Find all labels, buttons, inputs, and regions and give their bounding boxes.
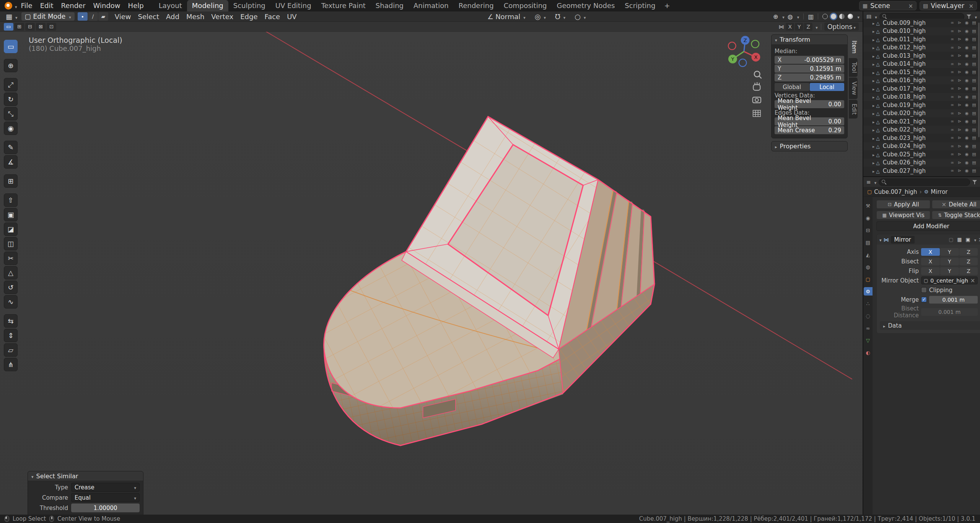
- properties-tab[interactable]: ◭: [864, 250, 873, 259]
- apply-all-button[interactable]: ⊡ Apply All: [876, 200, 930, 209]
- tool-button[interactable]: ⊕: [4, 59, 18, 72]
- compare-dropdown[interactable]: Equal: [71, 493, 140, 502]
- remove-viewlayer-icon[interactable]: [969, 2, 973, 10]
- edge-bevel-weight-field[interactable]: Mean Bevel Weight 0.00: [775, 117, 844, 125]
- breadcrumb-modifier[interactable]: Mirror: [931, 188, 947, 195]
- flip-toggle[interactable]: Y: [940, 267, 959, 275]
- object-name[interactable]: Cube.010_high: [883, 28, 948, 34]
- eye-icon[interactable]: ◉: [964, 86, 970, 91]
- clipping-checkbox[interactable]: [921, 287, 927, 293]
- tool-button[interactable]: △: [4, 266, 18, 279]
- object-name[interactable]: Cube.023_high: [883, 135, 948, 141]
- n-panel-tab[interactable]: Item: [849, 37, 858, 57]
- link-icon[interactable]: ∞: [949, 62, 955, 67]
- eye-icon[interactable]: ◉: [964, 144, 970, 149]
- properties-search-input[interactable]: [879, 179, 970, 186]
- camera-icon[interactable]: ▤: [971, 119, 977, 124]
- properties-tab[interactable]: ▤: [864, 238, 873, 247]
- expand-arrow-icon[interactable]: [873, 93, 875, 100]
- link-icon[interactable]: ∞: [949, 144, 955, 149]
- axis-toggle[interactable]: Z: [959, 248, 978, 256]
- link-icon[interactable]: ∞: [949, 20, 955, 25]
- eye-icon[interactable]: ◉: [964, 127, 970, 132]
- mirror-object-field[interactable]: ▢ 0_center_high: [921, 276, 978, 284]
- properties-tab[interactable]: ◍: [864, 263, 873, 271]
- pointer-icon[interactable]: ⊳: [957, 62, 962, 67]
- mean-crease-field[interactable]: Mean Crease 0.29: [775, 126, 844, 134]
- camera-icon[interactable]: ▤: [971, 20, 977, 25]
- workspace-tab[interactable]: Geometry Nodes: [552, 0, 620, 11]
- camera-icon[interactable]: ▤: [971, 111, 977, 116]
- select-similar-header[interactable]: Select Similar: [28, 471, 143, 481]
- blender-logo-icon[interactable]: [5, 2, 12, 10]
- pointer-icon[interactable]: ⊳: [957, 86, 962, 91]
- pointer-icon[interactable]: ⊳: [957, 135, 962, 140]
- object-name[interactable]: Cube.022_high: [883, 126, 948, 133]
- expand-arrow-icon[interactable]: [873, 135, 875, 141]
- mirror-modifier-header[interactable]: ⋈ Mirror ▢ ▦ ▣: [877, 234, 980, 245]
- viewport-menu-item[interactable]: Add: [163, 11, 183, 22]
- collapse-icon[interactable]: [31, 473, 34, 480]
- median-value-field[interactable]: X -0.005529 m: [775, 56, 844, 64]
- breadcrumb-object[interactable]: Cube.007_high: [874, 188, 917, 195]
- n-panel-tab[interactable]: Tool: [849, 58, 858, 77]
- link-icon[interactable]: ∞: [949, 152, 955, 157]
- expand-arrow-icon[interactable]: [873, 28, 875, 34]
- add-modifier-dropdown[interactable]: Add Modifier: [876, 221, 980, 231]
- eye-icon[interactable]: ◉: [964, 78, 970, 83]
- viewport-menu-item[interactable]: UV: [283, 11, 300, 22]
- expand-arrow-icon[interactable]: [873, 118, 875, 125]
- outliner-row[interactable]: Cube.020_high ∞ ⊳ ◉ ▤: [863, 109, 980, 118]
- eye-icon[interactable]: ◉: [964, 62, 970, 67]
- shading-material-icon[interactable]: [839, 14, 845, 19]
- pointer-icon[interactable]: ⊳: [957, 20, 962, 25]
- extras-menu-icon[interactable]: [973, 236, 977, 243]
- outliner-row[interactable]: Cube.014_high ∞ ⊳ ◉ ▤: [863, 60, 980, 68]
- object-name[interactable]: Cube.009_high: [883, 19, 948, 26]
- properties-editor-icon[interactable]: ≡: [866, 179, 871, 185]
- object-name[interactable]: Cube.013_high: [883, 52, 948, 59]
- properties-tab[interactable]: ▽: [864, 336, 873, 344]
- editor-type-button[interactable]: ▦: [3, 12, 20, 21]
- select-op-mode-button[interactable]: ▭: [4, 23, 13, 31]
- object-name[interactable]: Cube.011_high: [883, 36, 948, 43]
- workspace-tab[interactable]: Layout: [154, 0, 187, 11]
- merge-threshold-field[interactable]: 0.001 m: [929, 296, 978, 304]
- eye-icon[interactable]: ◉: [964, 20, 970, 25]
- symmetry-caret-icon[interactable]: [814, 23, 818, 31]
- camera-icon[interactable]: ▤: [971, 29, 977, 34]
- pointer-icon[interactable]: ⊳: [957, 160, 962, 165]
- link-icon[interactable]: ∞: [949, 29, 955, 34]
- pointer-icon[interactable]: ⊳: [957, 53, 962, 58]
- mesh-object[interactable]: [324, 117, 654, 445]
- eye-icon[interactable]: ◉: [964, 102, 970, 107]
- edit-mode-display-toggle-icon[interactable]: ▢: [948, 237, 954, 242]
- properties-tab[interactable]: ◐: [864, 348, 873, 357]
- pan-hand-icon[interactable]: [753, 82, 760, 90]
- outliner-row[interactable]: Cube.022_high ∞ ⊳ ◉ ▤: [863, 126, 980, 134]
- eye-icon[interactable]: ◉: [964, 168, 970, 173]
- transform-panel-header[interactable]: Transform: [772, 35, 847, 44]
- link-icon[interactable]: ∞: [949, 53, 955, 58]
- link-icon[interactable]: ∞: [949, 37, 955, 42]
- bisect-distance-field[interactable]: 0.001 m: [921, 308, 978, 316]
- scene-canvas[interactable]: Z X Y: [0, 21, 862, 515]
- tool-button[interactable]: ⇆: [4, 314, 18, 328]
- collapse-icon[interactable]: [775, 143, 777, 150]
- add-workspace-button[interactable]: +: [660, 0, 674, 11]
- viewport-menu-item[interactable]: Vertex: [208, 11, 237, 22]
- link-icon[interactable]: ∞: [949, 119, 955, 124]
- camera-icon[interactable]: ▤: [971, 144, 977, 149]
- tool-button[interactable]: ✎: [4, 141, 18, 154]
- pointer-icon[interactable]: ⊳: [957, 70, 962, 75]
- topbar-menu-item[interactable]: Render: [57, 0, 90, 11]
- camera-view-icon[interactable]: [753, 97, 761, 103]
- expand-arrow-icon[interactable]: [873, 52, 875, 59]
- shading-solid-icon[interactable]: [831, 14, 836, 19]
- snap-dropdown[interactable]: ℧: [552, 12, 568, 21]
- workspace-tab[interactable]: Sculpting: [228, 0, 270, 11]
- properties-tab[interactable]: ▢: [864, 275, 873, 283]
- select-op-mode-button[interactable]: ⊟: [25, 23, 35, 31]
- tool-button[interactable]: ∿: [4, 295, 18, 309]
- pointer-icon[interactable]: ⊳: [957, 102, 962, 107]
